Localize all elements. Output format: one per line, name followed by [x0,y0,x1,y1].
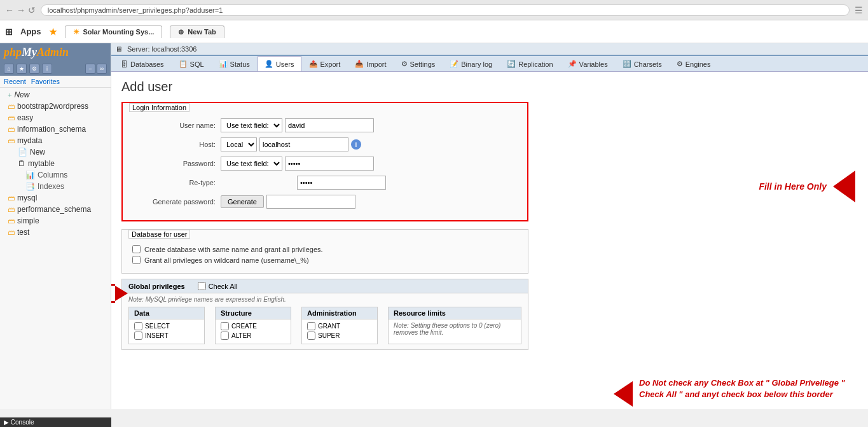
alter-checkbox[interactable] [221,332,229,340]
donot-check-label: Do Not check any Check Box at " Global P… [639,377,855,400]
priv-grant: GRANT [307,322,372,330]
structure-col-header: Structure [216,307,291,319]
sub-mytable[interactable]: 🗒 mytable [0,158,111,169]
db-mydata[interactable]: 🗃 mydata [0,135,111,146]
recent-link[interactable]: Recent [4,78,26,85]
structure-column: Structure CREATE ALTER [215,307,291,344]
left-arrow [115,286,128,301]
db-check2-row: Grant all privileges on wildcard name (u… [132,256,518,264]
tab-settings[interactable]: ⚙ Settings [394,56,443,71]
db-information-schema[interactable]: 🗃 information_schema [0,123,111,135]
generate-button[interactable]: Generate [221,195,264,208]
priv-select: SELECT [134,322,199,330]
browser-nav-icons: ← → ↺ [5,5,36,15]
settings-icon[interactable]: ⚙ [29,64,39,74]
username-type-select[interactable]: Use text field: [221,118,282,132]
username-input[interactable] [285,118,374,132]
tab-sql-icon: 📋 [179,60,188,68]
database-for-user-section: Database for user Create database with s… [121,229,528,274]
indexes-icon: 📑 [25,182,35,191]
tab-solar[interactable]: ☀ Solar Mounting Sys... [65,25,163,38]
host-row: Host: Local i [133,137,517,151]
host-input[interactable] [259,137,348,151]
super-checkbox[interactable] [307,332,315,340]
data-col-body: SELECT INSERT [129,319,204,344]
db-icon-test: 🗃 [8,228,15,236]
db-check2-label: Grant all privileges on wildcard name (u… [144,256,309,264]
priv-create: CREATE [221,322,286,330]
sidebar-nav-icons: ⌂ ★ ⚙ i − ∞ [0,62,111,76]
db-performance-schema[interactable]: 🗃 performance_schema [0,204,111,215]
priv-alter: ALTER [221,332,286,340]
expand-icon[interactable]: ∞ [97,64,107,74]
gen-password-output[interactable] [266,195,355,209]
tab-users[interactable]: 👤 Users [258,56,301,71]
priv-insert: INSERT [134,332,199,340]
global-priv-title: Global privileges [128,283,185,290]
tab-newtab[interactable]: ⊕ New Tab [170,25,224,38]
tab-users-icon: 👤 [265,60,273,68]
recent-favorites-bar: Recent Favorites [0,76,111,88]
tab-replication[interactable]: 🔄 Replication [500,56,560,71]
create-checkbox[interactable] [221,322,229,330]
insert-checkbox[interactable] [134,332,142,340]
retype-input[interactable] [297,176,386,190]
tab-variables-icon: 📌 [568,60,577,68]
password-type-select[interactable]: Use text field: [221,157,282,171]
password-label: Password: [133,160,216,167]
collapse-icon[interactable]: − [85,64,95,74]
password-input[interactable] [285,157,374,171]
username-row: User name: Use text field: [133,118,517,132]
host-info-icon[interactable]: i [351,139,361,150]
db-easy[interactable]: 🗃 easy [0,112,111,123]
fill-in-label: Fill in Here Only [759,181,827,192]
tab-charsets[interactable]: 🔡 Charsets [616,56,669,71]
sub-new[interactable]: 📄 New [0,146,111,158]
browser-menu-icons: ☰ [855,5,863,15]
columns-icon: 📊 [25,171,35,179]
db-check2-checkbox[interactable] [132,256,141,264]
info-icon-btn[interactable]: i [42,64,52,74]
tab-import[interactable]: 📥 Import [348,56,393,71]
db-test[interactable]: 🗃 test [0,227,111,238]
new-db-item[interactable]: + New [0,89,111,101]
host-type-select[interactable]: Local [221,137,257,151]
global-priv-body: Note: MySQL privilege names are expresse… [122,293,528,349]
pma-tabs: 🗄 Databases 📋 SQL 📊 Status 👤 Users 📤 Exp… [111,56,868,72]
tab-binarylog[interactable]: 📝 Binary log [443,56,499,71]
db-mysql[interactable]: 🗃 mysql [0,192,111,204]
db-check1-row: Create database with same name and grant… [132,245,518,253]
db-simple[interactable]: 🗃 simple [0,215,111,227]
structure-col-body: CREATE ALTER [216,319,291,344]
tab-variables[interactable]: 📌 Variables [561,56,615,71]
host-label: Host: [133,141,216,148]
sub-indexes[interactable]: 📑 Indexes [0,181,111,192]
check-all-checkbox[interactable] [198,282,206,290]
star-icon[interactable]: ★ [17,64,27,74]
address-bar[interactable]: localhost/phpmyadmin/server_privileges.p… [41,4,850,16]
favorites-link[interactable]: Favorites [31,78,60,85]
sidebar: phpMyAdmin ⌂ ★ ⚙ i − ∞ Recent Favorites … [0,43,111,409]
main-content-wrapper: Add user Login Information User name: Us… [111,72,868,363]
apps-label[interactable]: Apps [20,27,41,36]
global-priv-section-wrapper: Global privileges Check All Note: MySQL … [121,279,528,350]
pma-server-header: 🖥 Server: localhost:3306 [111,43,868,56]
tab-export[interactable]: 📤 Export [302,56,348,71]
priv-super: SUPER [307,332,372,340]
global-privileges-section: Global privileges Check All Note: MySQL … [121,279,528,350]
tab-databases[interactable]: 🗄 Databases [114,56,171,71]
db-bootstrap2wordpress[interactable]: 🗃 bootstrap2wordpress [0,101,111,112]
tab-engines[interactable]: ⚙ Engines [670,56,718,71]
db-check1-checkbox[interactable] [132,245,141,253]
bookmark-icon: ★ [49,27,57,37]
select-checkbox[interactable] [134,322,142,330]
tab-sql[interactable]: 📋 SQL [172,56,211,71]
home-icon[interactable]: ⌂ [4,64,14,74]
db-section-body: Create database with same name and grant… [122,239,528,273]
login-information-section: Login Information User name: Use text fi… [121,102,528,221]
gen-password-row: Generate password: Generate [133,195,517,209]
grant-checkbox[interactable] [307,322,315,330]
sub-columns[interactable]: 📊 Columns [0,169,111,181]
tab-solar-icon: ☀ [73,28,79,36]
tab-status[interactable]: 📊 Status [212,56,257,71]
